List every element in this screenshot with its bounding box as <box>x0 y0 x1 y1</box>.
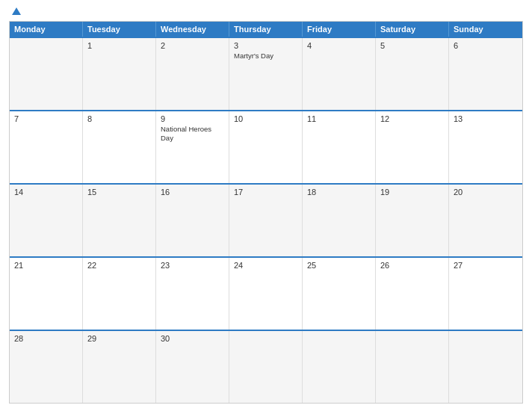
day-number: 23 <box>161 261 224 270</box>
day-number: 19 <box>380 188 444 197</box>
calendar: MondayTuesdayWednesdayThursdayFridaySatu… <box>9 21 523 404</box>
week-row-3: 14151617181920 <box>10 183 522 256</box>
calendar-cell: 12 <box>376 111 449 183</box>
calendar-cell: 5 <box>376 38 449 110</box>
day-number: 18 <box>307 188 371 197</box>
day-number: 27 <box>454 261 518 270</box>
day-number: 15 <box>87 188 151 197</box>
calendar-cell: 15 <box>83 185 156 256</box>
calendar-cell <box>449 331 522 403</box>
week-row-2: 789National Heroes Day10111213 <box>10 110 522 183</box>
day-of-week-saturday: Saturday <box>376 22 449 37</box>
calendar-cell: 30 <box>156 331 229 403</box>
calendar-cell <box>10 38 83 110</box>
day-of-week-tuesday: Tuesday <box>83 22 156 37</box>
calendar-cell: 17 <box>229 185 303 256</box>
calendar-cell: 3Martyr's Day <box>229 38 303 110</box>
calendar-cell: 21 <box>10 258 83 330</box>
day-number: 29 <box>87 334 151 343</box>
calendar-cell: 2 <box>156 38 229 110</box>
day-number: 2 <box>161 41 224 50</box>
day-number: 8 <box>87 114 151 123</box>
day-number: 25 <box>307 261 371 270</box>
calendar-cell <box>229 331 303 403</box>
calendar-cell: 20 <box>449 185 522 256</box>
calendar-cell: 22 <box>83 258 156 330</box>
week-row-4: 21222324252627 <box>10 256 522 330</box>
day-number: 17 <box>234 188 297 197</box>
calendar-cell: 25 <box>303 258 376 330</box>
event-label: Martyr's Day <box>234 52 297 61</box>
page: MondayTuesdayWednesdayThursdayFridaySatu… <box>0 0 532 411</box>
calendar-cell: 9National Heroes Day <box>156 111 229 183</box>
week-row-1: 123Martyr's Day456 <box>10 37 522 110</box>
calendar-cell <box>376 331 449 403</box>
calendar-cell: 19 <box>376 185 449 256</box>
calendar-cell: 14 <box>10 185 83 256</box>
day-number: 21 <box>14 261 78 270</box>
calendar-cell: 27 <box>449 258 522 330</box>
calendar-cell: 13 <box>449 111 522 183</box>
calendar-cell: 7 <box>10 111 83 183</box>
header <box>9 7 523 15</box>
day-number: 3 <box>234 41 297 50</box>
day-of-week-wednesday: Wednesday <box>156 22 229 37</box>
event-label: National Heroes Day <box>161 125 224 143</box>
day-number: 1 <box>87 41 151 50</box>
calendar-cell: 1 <box>83 38 156 110</box>
calendar-cell: 26 <box>376 258 449 330</box>
calendar-cell <box>303 331 376 403</box>
day-number: 24 <box>234 261 297 270</box>
calendar-cell: 6 <box>449 38 522 110</box>
calendar-header: MondayTuesdayWednesdayThursdayFridaySatu… <box>10 22 522 37</box>
day-number: 30 <box>161 334 224 343</box>
week-row-5: 282930 <box>10 330 522 403</box>
day-number: 22 <box>87 261 151 270</box>
day-number: 28 <box>14 334 78 343</box>
day-number: 16 <box>161 188 224 197</box>
calendar-cell: 8 <box>83 111 156 183</box>
day-number: 11 <box>307 114 371 123</box>
calendar-cell: 16 <box>156 185 229 256</box>
day-number: 26 <box>380 261 444 270</box>
day-number: 6 <box>454 41 518 50</box>
day-number: 14 <box>14 188 78 197</box>
calendar-cell: 18 <box>303 185 376 256</box>
calendar-cell: 10 <box>229 111 303 183</box>
day-of-week-sunday: Sunday <box>449 22 522 37</box>
calendar-cell: 23 <box>156 258 229 330</box>
day-number: 7 <box>14 114 78 123</box>
day-number: 9 <box>161 114 224 123</box>
logo-blue-text <box>12 7 22 15</box>
calendar-cell: 29 <box>83 331 156 403</box>
day-number: 4 <box>307 41 371 50</box>
calendar-cell: 11 <box>303 111 376 183</box>
day-of-week-monday: Monday <box>10 22 83 37</box>
day-number: 5 <box>380 41 444 50</box>
calendar-cell: 28 <box>10 331 83 403</box>
calendar-cell: 24 <box>229 258 303 330</box>
calendar-cell: 4 <box>303 38 376 110</box>
day-number: 10 <box>234 114 297 123</box>
logo-triangle-icon <box>12 7 21 15</box>
day-number: 12 <box>380 114 444 123</box>
day-of-week-thursday: Thursday <box>229 22 303 37</box>
day-number: 20 <box>454 188 518 197</box>
calendar-body: 123Martyr's Day456789National Heroes Day… <box>10 37 522 403</box>
day-number: 13 <box>454 114 518 123</box>
day-of-week-friday: Friday <box>303 22 376 37</box>
logo <box>12 7 22 15</box>
